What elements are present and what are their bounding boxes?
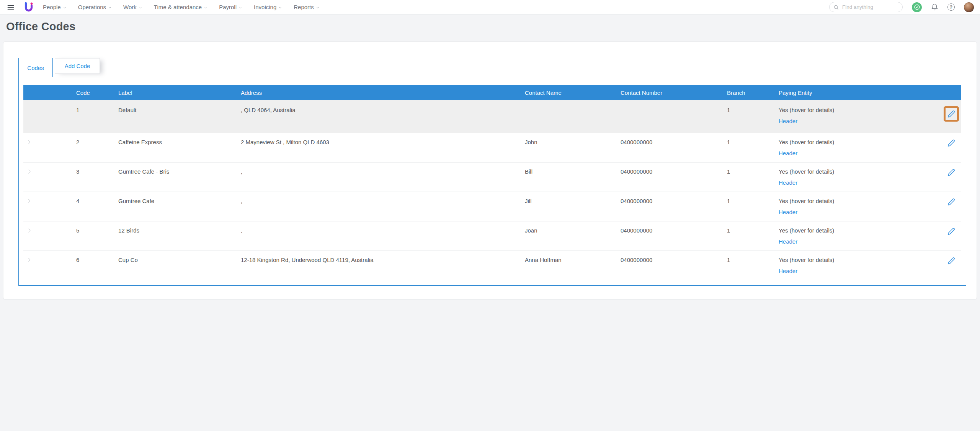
edit-action[interactable] [944, 135, 959, 151]
nav-item-payroll[interactable]: Payroll [219, 4, 242, 10]
edit-action[interactable] [944, 165, 959, 180]
cell-code: 5 [73, 221, 115, 250]
contact-number-value: 0400000000 [621, 168, 724, 176]
content-card: Codes Add Code Code Label Address Contac… [3, 41, 977, 299]
column-header-code: Code [73, 89, 115, 96]
cell-code: 4 [73, 192, 115, 221]
table-row: 4 Gumtree Cafe , Jill 0400000000 1 Yes (… [23, 192, 961, 221]
cell-address: , QLD 4064, Australia [238, 100, 522, 133]
address-value: 12-18 Kingston Rd, Underwood QLD 4119, A… [241, 256, 522, 264]
header-link[interactable]: Header [779, 267, 797, 275]
expand-chevron-icon[interactable] [26, 228, 32, 233]
branch-value: 1 [727, 227, 776, 234]
label-value: 12 Birds [118, 227, 238, 234]
edit-pencil-icon [947, 228, 955, 235]
nav-item-reports[interactable]: Reports [294, 4, 320, 10]
status-badge[interactable] [912, 2, 922, 12]
cell-label: Gumtree Cafe - Bris [115, 163, 238, 192]
nav-item-operations[interactable]: Operations [78, 4, 112, 10]
cell-code: 1 [73, 100, 115, 133]
expand-chevron-icon[interactable] [26, 139, 32, 145]
cell-contact-name: Joan [522, 221, 617, 250]
cell-paying-entity: Yes (hover for details) Header [776, 163, 936, 192]
cell-contact-number [617, 100, 724, 133]
cell-paying-entity: Yes (hover for details) Header [776, 221, 936, 250]
label-value: Caffeine Express [118, 138, 238, 146]
cell-label: Cup Co [115, 251, 238, 280]
avatar[interactable] [964, 2, 974, 12]
edit-action[interactable] [944, 224, 959, 239]
cell-contact-number: 0400000000 [617, 133, 724, 162]
cell-actions [936, 100, 962, 133]
cell-expand [23, 221, 73, 250]
cell-contact-name: John [522, 133, 617, 162]
nav-item-label: Operations [78, 4, 106, 10]
cell-paying-entity: Yes (hover for details) Header [776, 251, 936, 280]
nav-item-label: Time & attendance [154, 4, 202, 10]
column-header-branch: Branch [724, 89, 776, 96]
cell-actions [936, 192, 962, 221]
header-link[interactable]: Header [779, 150, 797, 157]
table-row: 1 Default , QLD 4064, Australia 1 Yes (h… [23, 100, 961, 133]
edit-action[interactable] [944, 253, 959, 268]
expand-chevron-icon[interactable] [26, 198, 32, 204]
code-value: 6 [76, 256, 115, 264]
label-value: Gumtree Cafe [118, 197, 238, 205]
expand-chevron-icon[interactable] [26, 169, 32, 174]
edit-pencil-icon [947, 139, 955, 147]
contact-name-value: Joan [525, 227, 617, 234]
paying-entity-text: Yes (hover for details) [779, 168, 936, 176]
table-row: 6 Cup Co 12-18 Kingston Rd, Underwood QL… [23, 250, 961, 280]
nav-item-time-attendance[interactable]: Time & attendance [154, 4, 207, 10]
cell-address: 2 Mayneview St , Milton QLD 4603 [238, 133, 522, 162]
address-value: , [241, 168, 522, 176]
cell-address: , [238, 163, 522, 192]
cell-contact-name [522, 100, 617, 133]
nav-item-label: Reports [294, 4, 314, 10]
cell-actions [936, 221, 962, 250]
tab-codes[interactable]: Codes [18, 58, 53, 77]
header-link[interactable]: Header [779, 238, 797, 246]
branch-value: 1 [727, 168, 776, 176]
paying-entity-text: Yes (hover for details) [779, 256, 936, 264]
cell-branch: 1 [724, 192, 776, 221]
edit-action[interactable] [944, 194, 959, 210]
app-logo[interactable] [24, 2, 34, 13]
column-header-address: Address [238, 89, 522, 96]
cell-code: 2 [73, 133, 115, 162]
edit-pencil-icon [947, 169, 955, 176]
cell-expand [23, 192, 73, 221]
cell-contact-name: Anna Hoffman [522, 251, 617, 280]
table-body: 1 Default , QLD 4064, Australia 1 Yes (h… [23, 100, 961, 280]
hamburger-menu-icon[interactable] [7, 3, 15, 11]
header-link[interactable]: Header [779, 117, 797, 125]
nav-item-invoicing[interactable]: Invoicing [254, 4, 282, 10]
cell-code: 3 [73, 163, 115, 192]
search-input[interactable] [841, 4, 898, 10]
nav-item-work[interactable]: Work [123, 4, 142, 10]
cell-paying-entity: Yes (hover for details) Header [776, 100, 936, 133]
cell-label: Caffeine Express [115, 133, 238, 162]
expand-chevron-icon[interactable] [26, 257, 32, 263]
nav-item-label: Work [123, 4, 137, 10]
tab-add-code[interactable]: Add Code [55, 58, 100, 74]
codes-panel: Code Label Address Contact Name Contact … [18, 77, 966, 286]
header-link[interactable]: Header [779, 208, 797, 216]
label-value: Default [118, 106, 238, 114]
paying-entity-text: Yes (hover for details) [779, 106, 936, 114]
nav-item-people[interactable]: People [43, 4, 67, 10]
page-title: Office Codes [6, 20, 75, 33]
contact-name-value: Jill [525, 197, 617, 205]
help-icon[interactable]: ? [947, 3, 955, 11]
cell-expand [23, 163, 73, 192]
notifications-bell-icon[interactable] [931, 3, 938, 11]
edit-action[interactable] [944, 106, 959, 122]
label-value: Gumtree Cafe - Bris [118, 168, 238, 176]
address-value: , [241, 227, 522, 234]
code-value: 1 [76, 106, 115, 114]
address-value: 2 Mayneview St , Milton QLD 4603 [241, 138, 522, 146]
chevron-down-icon [108, 6, 112, 10]
cell-address: , [238, 192, 522, 221]
code-value: 2 [76, 138, 115, 146]
header-link[interactable]: Header [779, 179, 797, 187]
